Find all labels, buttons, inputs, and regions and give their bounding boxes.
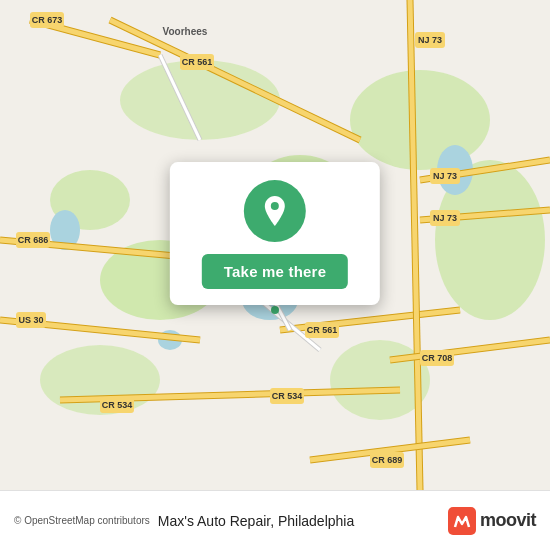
svg-text:CR 561: CR 561 [182,57,213,67]
svg-text:CR 561: CR 561 [307,325,338,335]
take-me-there-button[interactable]: Take me there [202,254,348,289]
svg-text:NJ 73: NJ 73 [433,213,457,223]
svg-text:CR 708: CR 708 [422,353,453,363]
svg-point-6 [120,60,280,140]
bottom-bar: © OpenStreetMap contributors Max's Auto … [0,490,550,550]
location-pin-icon [244,180,306,242]
svg-text:CR 673: CR 673 [32,15,63,25]
place-info: © OpenStreetMap contributors Max's Auto … [14,513,438,529]
svg-point-66 [271,306,279,314]
place-name: Max's Auto Repair, Philadelphia [158,513,354,529]
moovit-text: moovit [480,510,536,531]
svg-text:CR 686: CR 686 [18,235,49,245]
svg-text:CR 689: CR 689 [372,455,403,465]
svg-text:NJ 73: NJ 73 [433,171,457,181]
svg-text:NJ 73: NJ 73 [418,35,442,45]
svg-rect-69 [448,507,476,535]
moovit-logo: moovit [448,507,536,535]
svg-point-68 [271,202,279,210]
map-view[interactable]: CR 673 CR 561 NJ 73 NJ 73 NJ 73 CR 686 U… [0,0,550,490]
svg-text:US 30: US 30 [18,315,43,325]
svg-text:Voorhees: Voorhees [163,26,208,37]
svg-text:CR 534: CR 534 [102,400,133,410]
osm-attribution: © OpenStreetMap contributors [14,515,150,526]
svg-text:CR 534: CR 534 [272,391,303,401]
location-popup: Take me there [170,162,380,305]
